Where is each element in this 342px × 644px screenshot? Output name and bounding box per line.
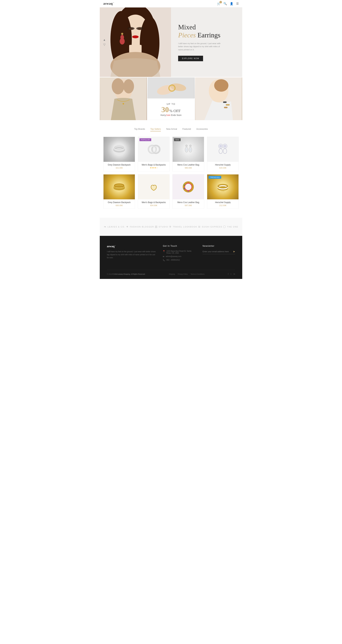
product-badge-popular: POPULAR <box>139 138 151 141</box>
svg-point-27 <box>214 79 228 92</box>
svg-point-57 <box>192 184 193 186</box>
svg-point-60 <box>184 188 185 189</box>
footer-link-privacy[interactable]: Privacy Policy <box>178 273 188 275</box>
product-image-3: New <box>173 137 204 162</box>
twitter-icon[interactable]: t <box>231 273 231 275</box>
product-price-3: 980.00€ <box>174 167 203 169</box>
footer-about-text: I still have my feet on the ground. I ju… <box>107 250 156 259</box>
instagram-icon[interactable]: in <box>233 273 235 275</box>
cart-icon-wrapper[interactable]: 🛒 1 <box>217 2 220 5</box>
hero-description: I still have my feet on the ground. I ju… <box>178 42 221 52</box>
compare-icon[interactable]: ⊞ <box>164 158 165 160</box>
svg-point-55 <box>185 183 192 190</box>
product-badge-new: New <box>174 138 181 141</box>
product-image-2: POPULAR ADD TO CART ♡ ⤢ ⊞ <box>138 137 169 162</box>
svg-rect-29 <box>226 104 230 106</box>
hero-title-before: Mixed <box>178 23 196 31</box>
footer-newsletter: Newsletter ➤ <box>203 245 235 262</box>
zoom-icon[interactable]: ⤢ <box>160 158 162 160</box>
svg-point-47 <box>219 149 222 154</box>
hero-image-bg <box>100 8 171 77</box>
wishlist-icon[interactable]: ♡ <box>156 158 158 160</box>
product-card-3: New Mens Cos Leather Bag 980.00€ <box>172 137 204 172</box>
brand-theone: ⬡ THE ONE <box>223 225 238 229</box>
brand-leaves-name: LEAVES & CO. <box>108 226 125 228</box>
footer-links: Shipping Privacy Policy Terms & Conditio… <box>169 273 204 275</box>
hero-title-italic: Pieces <box>178 31 196 39</box>
address-icon: 📍 <box>163 250 165 252</box>
svg-point-61 <box>184 184 185 186</box>
sale-hurry: Hurry,Sale Ends Soon <box>160 114 182 116</box>
luxury-ring-svg: Cartier <box>216 180 230 194</box>
product-info-5: Grey Dawson Backpack 600.00€ <box>104 199 135 208</box>
logo[interactable]: aswaq™ <box>103 2 114 6</box>
footer-link-terms[interactable]: Terms & Conditions <box>191 273 204 275</box>
product-image-5 <box>104 174 135 199</box>
tab-accessories[interactable]: Accessories <box>196 128 208 131</box>
product-card-5: Grey Dawson Backpack 600.00€ <box>103 174 135 209</box>
footer-contact-heading: Get In Touch <box>163 245 195 247</box>
product-name-3: Mens Cos Leather Bag <box>174 164 203 166</box>
product-card-7: Mens Cos Leather Bag 587.00€ <box>172 174 204 209</box>
product-card-6: Men's Bags & Backpacks 654.00€ <box>138 174 170 209</box>
heart-ring-svg <box>147 180 161 194</box>
hero-cta-button[interactable]: EXPLORE NOW <box>178 56 203 61</box>
hero-prev-button[interactable]: ▲ <box>103 38 106 42</box>
tab-top-brands[interactable]: Top Brands <box>134 128 145 131</box>
product-image-1 <box>104 137 135 162</box>
svg-point-41 <box>186 148 187 152</box>
sale-percent: 30 <box>161 106 169 114</box>
hero-model-illustration <box>100 8 171 77</box>
product-price-6: 654.00€ <box>139 204 168 206</box>
svg-point-59 <box>188 191 189 192</box>
header-icons: 🛒 1 🔍 👤 ☰ <box>217 2 239 5</box>
footer-phone: 📞 002 - 000842012 <box>163 259 195 261</box>
brand-leaves: ❧ LEAVES & CO. <box>104 225 125 229</box>
svg-point-19 <box>123 103 124 104</box>
necklace-illustration <box>100 78 147 120</box>
product-stars-2: ★★★★☆ <box>139 167 168 169</box>
footer-link-shipping[interactable]: Shipping <box>169 273 175 275</box>
brand-theone-name: THE ONE <box>227 226 238 228</box>
svg-point-12 <box>121 33 123 35</box>
brand-fashion: ✦ FASHION BLOGGER <box>126 225 154 229</box>
svg-point-46 <box>219 145 222 148</box>
brands-section: ❧ LEAVES & CO. ✦ FASHION BLOGGER ⊠ STUDI… <box>100 218 242 236</box>
svg-point-18 <box>123 79 134 94</box>
product-price-4: 820.00€ <box>209 167 237 169</box>
sale-up-text: UP TO <box>167 103 175 106</box>
tab-top-sellers[interactable]: Top Sellers <box>150 128 161 131</box>
facebook-icon[interactable]: f <box>228 273 228 275</box>
product-price-1: 321.00€ <box>105 167 133 169</box>
hero-title: Mixed Pieces Earrings <box>178 23 235 39</box>
product-info-6: Men's Bags & Backpacks 654.00€ <box>138 199 169 208</box>
user-icon[interactable]: 👤 <box>230 2 233 5</box>
product-price-7: 587.00€ <box>174 204 203 206</box>
hero-next-button[interactable]: ▽ <box>103 43 106 46</box>
ring-svg-1 <box>112 142 126 156</box>
brand-travel-icon: ✈ <box>169 225 172 229</box>
earring-svg-2 <box>216 142 230 156</box>
tab-new-arrival[interactable]: New Arrival <box>166 128 177 131</box>
product-card-4: Herschel Supply 820.00€ <box>207 137 239 172</box>
newsletter-submit-button[interactable]: ➤ <box>233 250 235 253</box>
brand-sushi: ≋ sushi EXPRESS <box>198 225 222 229</box>
newsletter-form: ➤ <box>203 250 235 254</box>
product-card-8: TRENDING Cartier Herschel Supply 212.00€ <box>207 174 239 209</box>
footer-socials: f t in <box>228 273 235 275</box>
brands-row: ❧ LEAVES & CO. ✦ FASHION BLOGGER ⊠ STUDI… <box>103 225 239 229</box>
svg-rect-28 <box>223 102 227 103</box>
promo-grid: UP TO 30 % OFF Hurry,Sale Ends Soon <box>100 78 242 120</box>
tab-featured[interactable]: Featured <box>182 128 191 131</box>
search-icon[interactable]: 🔍 <box>223 2 227 5</box>
product-image-6 <box>138 174 169 199</box>
menu-icon[interactable]: ☰ <box>236 2 239 5</box>
sale-text: Sale <box>166 114 170 116</box>
bracelet-illustration <box>148 78 195 98</box>
product-name-2: Men's Bags & Backpacks <box>139 164 168 166</box>
svg-point-42 <box>189 145 191 147</box>
newsletter-input[interactable] <box>203 250 233 252</box>
hero-title-after: Earrings <box>198 31 220 39</box>
hero-section: ▲ ▽ Mixed Pieces Earrings I still have m… <box>100 8 242 77</box>
gold-ring-svg <box>112 180 126 194</box>
